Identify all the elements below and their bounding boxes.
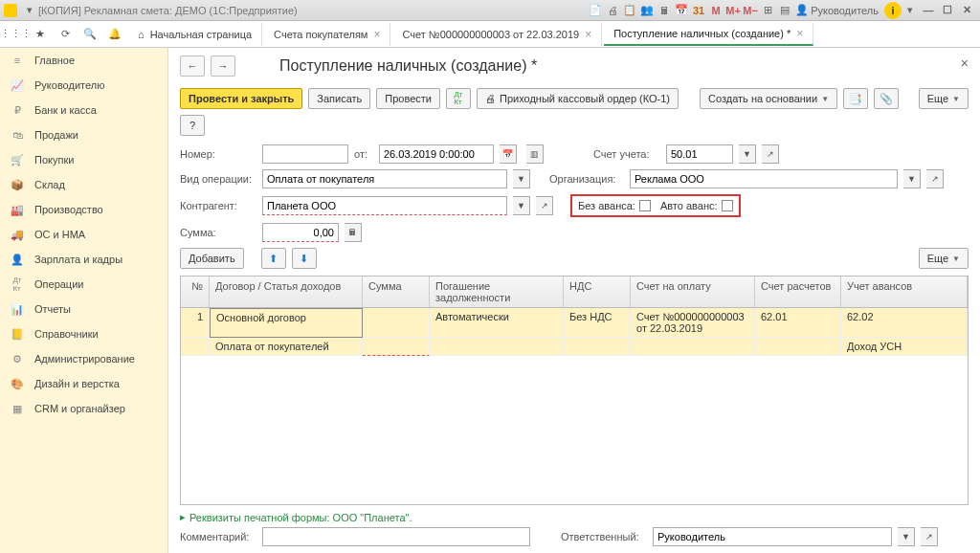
autoadvance-checkbox[interactable] [722, 200, 733, 211]
sum-input[interactable] [262, 223, 339, 242]
maximize-button[interactable]: ☐ [938, 2, 957, 19]
dtkt-button[interactable]: ДтКт [446, 88, 471, 109]
m-plus-icon[interactable]: M+ [724, 2, 742, 19]
dropdown-icon[interactable]: ▾ [21, 2, 38, 19]
cell-usn[interactable]: Доход УСН [841, 338, 968, 356]
resp-open-button[interactable]: ↗ [921, 527, 938, 546]
caret-icon[interactable]: ▾ [902, 2, 919, 19]
print-icon[interactable]: 🖨 [604, 2, 621, 19]
tab-invoice-3[interactable]: Счет №000000000003 от 22.03.2019 × [392, 23, 602, 46]
close-page-button[interactable]: × [961, 55, 969, 71]
sum-calc-button[interactable]: 🖩 [345, 223, 362, 242]
cell-invoice-2[interactable] [631, 338, 755, 356]
th-contract[interactable]: Договор / Статья доходов [210, 276, 363, 307]
calendar-icon[interactable]: 📅 [673, 2, 690, 19]
tab-invoices[interactable]: Счета покупателям × [264, 23, 390, 46]
attach-button[interactable]: 📎 [874, 88, 899, 109]
bell-icon[interactable]: 🔔 [103, 23, 126, 46]
minimize-button[interactable]: — [919, 2, 938, 19]
sidebar-item-sales[interactable]: 🛍Продажи [0, 122, 167, 147]
th-settle-acc[interactable]: Счет расчетов [755, 276, 841, 307]
th-number[interactable]: № [181, 276, 210, 307]
number-input[interactable] [262, 144, 348, 164]
date-icon[interactable]: 31 [690, 2, 707, 19]
search-icon[interactable]: 🔍 [78, 23, 101, 46]
noadvance-checkbox[interactable] [639, 200, 651, 211]
tab-cash-receipt[interactable]: Поступление наличных (создание) * × [604, 23, 813, 46]
structure-button[interactable]: 📑 [843, 88, 868, 109]
help-button[interactable]: ? [180, 115, 205, 136]
more-button[interactable]: Еще▼ [919, 88, 969, 109]
calendar-button[interactable]: 📅 [500, 144, 517, 164]
cell-vat-2[interactable] [564, 338, 631, 356]
date-input[interactable] [379, 144, 494, 164]
sidebar-item-production[interactable]: 🏭Производство [0, 197, 167, 222]
close-icon[interactable]: × [796, 27, 803, 40]
close-icon[interactable]: × [373, 28, 380, 41]
sidebar-item-stock[interactable]: 📦Склад [0, 172, 167, 197]
sidebar-item-admin[interactable]: ⚙Администрирование [0, 346, 167, 371]
sidebar-item-purchases[interactable]: 🛒Покупки [0, 147, 167, 172]
org-input[interactable] [630, 169, 898, 188]
post-and-close-button[interactable]: Провести и закрыть [180, 88, 302, 109]
cell-n[interactable]: 1 [181, 308, 210, 338]
cell-contract[interactable]: Основной договор [210, 308, 363, 338]
cell-settle[interactable]: 62.01 [755, 308, 841, 338]
sidebar-item-reports[interactable]: 📊Отчеты [0, 297, 167, 321]
create-based-button[interactable]: Создать на основании▼ [700, 88, 837, 109]
optype-input[interactable] [262, 169, 507, 188]
cell-advacc[interactable]: 62.02 [841, 308, 968, 338]
th-invoice[interactable]: Счет на оплату [631, 276, 755, 307]
cell-invoice[interactable]: Счет №000000000003 от 22.03.2019 [631, 308, 755, 338]
th-vat[interactable]: НДС [564, 276, 631, 307]
close-icon[interactable]: × [585, 28, 591, 41]
print-form-button[interactable]: 🖨Приходный кассовый ордер (КО-1) [477, 88, 679, 109]
sidebar-item-manager[interactable]: 📈Руководителю [0, 73, 167, 98]
write-button[interactable]: Записать [308, 88, 370, 109]
account-open-button[interactable]: ↗ [762, 144, 779, 164]
th-payoff[interactable]: Погашение задолженности [430, 276, 564, 307]
forward-button[interactable]: → [211, 55, 235, 77]
optype-select-button[interactable]: ▼ [513, 169, 530, 188]
cell-income-item[interactable]: Оплата от покупателей [210, 338, 363, 356]
contr-select-button[interactable]: ▼ [513, 196, 530, 215]
table-body[interactable]: 1 Основной договор Автоматически Без НДС… [181, 308, 968, 504]
back-button[interactable]: ← [180, 55, 205, 77]
tb-icon-2[interactable]: 📋 [621, 2, 638, 19]
cell-sum[interactable] [363, 308, 430, 338]
sidebar-item-catalogs[interactable]: 📒Справочники [0, 321, 167, 346]
print-requisites-link[interactable]: ▸ Реквизиты печатной формы: ООО "Планета… [180, 511, 969, 523]
cell-settle-2[interactable] [755, 338, 841, 356]
m-minus-icon[interactable]: M− [742, 2, 759, 19]
sidebar-item-operations[interactable]: ДтКтОперации [0, 272, 167, 297]
cell-payoff[interactable]: Автоматически [430, 308, 564, 338]
cell-n[interactable] [181, 338, 210, 356]
table-row[interactable]: Оплата от покупателей Доход УСН [181, 338, 968, 356]
info-icon[interactable]: i [884, 2, 902, 19]
cell-vat[interactable]: Без НДС [564, 308, 631, 338]
tb-icon-3[interactable]: ⊞ [759, 2, 776, 19]
resp-select-button[interactable]: ▼ [898, 527, 915, 546]
post-button[interactable]: Провести [376, 88, 440, 109]
sidebar-item-bank[interactable]: ₽Банк и касса [0, 98, 167, 122]
history-icon[interactable]: ⟳ [54, 23, 77, 46]
comment-input[interactable] [262, 527, 530, 546]
date-extra-button[interactable]: ▥ [526, 144, 544, 164]
tb-icon-1[interactable]: 📄 [587, 2, 604, 19]
org-select-button[interactable]: ▼ [903, 169, 921, 188]
apps-icon[interactable]: ⋮⋮⋮ [4, 23, 27, 46]
table-more-button[interactable]: Еще▼ [919, 248, 969, 269]
sidebar-item-design[interactable]: 🎨Дизайн и верстка [0, 371, 167, 396]
sidebar-item-hr[interactable]: 👤Зарплата и кадры [0, 247, 167, 272]
add-row-button[interactable]: Добавить [180, 248, 244, 269]
calc-icon[interactable]: 🖩 [656, 2, 673, 19]
m-icon[interactable]: M [707, 2, 724, 19]
sidebar-item-main[interactable]: ≡Главное [0, 48, 167, 73]
favorite-icon[interactable]: ★ [29, 23, 52, 46]
tab-home[interactable]: ⌂ Начальная страница [128, 23, 262, 46]
sidebar-item-assets[interactable]: 🚚ОС и НМА [0, 222, 167, 247]
resp-input[interactable] [653, 527, 892, 546]
cell-sum-2[interactable] [363, 338, 430, 356]
tb-icon-4[interactable]: ▤ [776, 2, 793, 19]
compare-icon[interactable]: 👥 [638, 2, 656, 19]
